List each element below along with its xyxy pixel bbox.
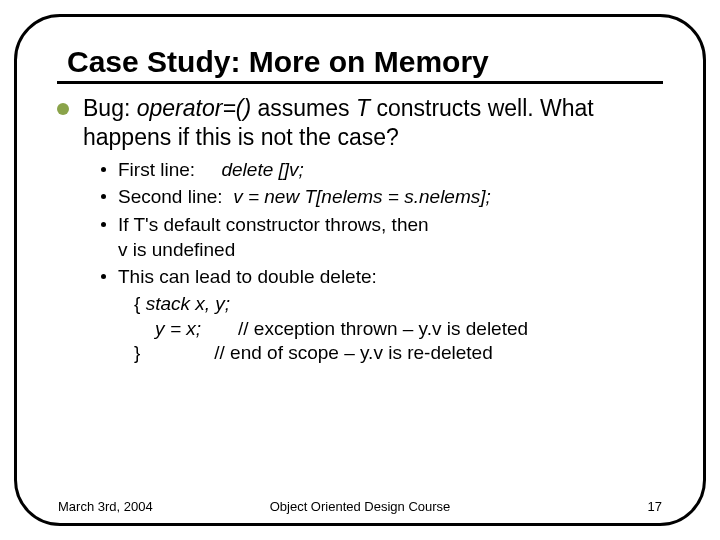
line: v is undefined bbox=[118, 239, 235, 260]
txt: assumes bbox=[251, 95, 356, 121]
comment: // end of scope – y.v is re-deleted bbox=[140, 342, 492, 363]
list-item: First line: delete []v; bbox=[101, 158, 663, 183]
slide-frame: Case Study: More on Memory Bug: operator… bbox=[14, 14, 706, 526]
sub-bullet-list: First line: delete []v; Second line: v =… bbox=[101, 158, 663, 367]
bullet-dot-icon bbox=[101, 167, 106, 172]
code-line: y = x; // exception thrown – y.v is dele… bbox=[134, 317, 528, 342]
bullet-text: Bug: operator=() assumes T constructs we… bbox=[83, 94, 663, 152]
title-underline bbox=[57, 81, 663, 84]
t-italic: T bbox=[356, 95, 370, 121]
code: y = x; bbox=[134, 318, 201, 339]
operator-italic: operator=() bbox=[137, 95, 251, 121]
list-text: If T's default constructor throws, then … bbox=[118, 213, 429, 262]
slide-title: Case Study: More on Memory bbox=[67, 45, 663, 79]
bullet-dot-icon bbox=[101, 274, 106, 279]
bullet-dot-icon bbox=[101, 222, 106, 227]
slide-footer: March 3rd, 2004 Object Oriented Design C… bbox=[58, 499, 662, 514]
footer-date: March 3rd, 2004 bbox=[58, 499, 153, 514]
footer-page: 17 bbox=[648, 499, 662, 514]
txt: Bug: bbox=[83, 95, 137, 121]
intro: This can lead to double delete: bbox=[118, 266, 377, 287]
label: First line: bbox=[118, 159, 195, 180]
code-line: } // end of scope – y.v is re-deleted bbox=[134, 341, 528, 366]
bullet-dot-icon bbox=[101, 194, 106, 199]
list-text: Second line: v = new T[nelems = s.nelems… bbox=[118, 185, 491, 210]
code-line: { stack x, y; bbox=[134, 292, 528, 317]
code-block: { stack x, y; y = x; // exception thrown… bbox=[134, 292, 528, 366]
comment: // exception thrown – y.v is deleted bbox=[201, 318, 528, 339]
code: delete []v; bbox=[221, 159, 303, 180]
list-item: Second line: v = new T[nelems = s.nelems… bbox=[101, 185, 663, 210]
list-text: First line: delete []v; bbox=[118, 158, 304, 183]
bullet-level1: Bug: operator=() assumes T constructs we… bbox=[57, 94, 663, 152]
bullet-disc-icon bbox=[57, 103, 69, 115]
list-item: This can lead to double delete: { stack … bbox=[101, 265, 663, 366]
list-item: If T's default constructor throws, then … bbox=[101, 213, 663, 262]
line: If T's default constructor throws, then bbox=[118, 214, 429, 235]
slide: Case Study: More on Memory Bug: operator… bbox=[0, 0, 720, 540]
label: Second line: bbox=[118, 186, 223, 207]
list-text: This can lead to double delete: { stack … bbox=[118, 265, 528, 366]
code: v = new T[nelems = s.nelems]; bbox=[233, 186, 491, 207]
code: stack x, y; bbox=[146, 293, 230, 314]
txt: { bbox=[134, 293, 146, 314]
